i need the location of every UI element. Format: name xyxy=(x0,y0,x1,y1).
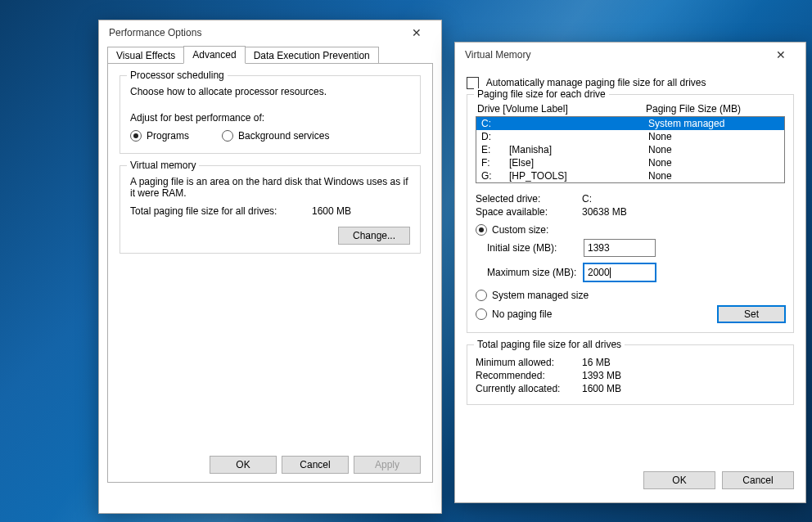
drive-paging-size: None xyxy=(648,130,779,143)
ok-button[interactable]: OK xyxy=(210,456,277,474)
drive-volume-label: [Else] xyxy=(509,156,648,169)
cancel-button[interactable]: Cancel xyxy=(282,456,349,474)
drive-letter: G: xyxy=(481,169,509,182)
vm-total-value: 1600 MB xyxy=(312,205,410,217)
drive-paging-size: None xyxy=(648,156,779,169)
drive-letter: D: xyxy=(481,130,509,143)
auto-manage-row[interactable]: Automatically manage paging file size fo… xyxy=(467,77,794,89)
maximum-size-value: 2000 xyxy=(588,267,610,278)
group-legend-per-drive: Paging file size for each drive xyxy=(474,88,609,100)
radio-programs[interactable]: Programs xyxy=(130,130,189,142)
vm-total-label: Total paging file size for all drives: xyxy=(130,205,312,217)
drive-paging-size: System managed xyxy=(648,117,779,130)
radio-custom-size[interactable]: Custom size: xyxy=(476,224,785,236)
radio-background-services[interactable]: Background services xyxy=(222,130,329,142)
close-icon[interactable]: ✕ xyxy=(399,20,435,45)
ok-button[interactable]: OK xyxy=(643,471,715,489)
header-size: Paging File Size (MB) xyxy=(646,103,785,115)
drive-row[interactable]: C:System managed xyxy=(476,117,784,130)
radio-label-background: Background services xyxy=(238,130,329,142)
maximum-size-input[interactable]: 2000 xyxy=(584,263,656,281)
radio-icon xyxy=(222,130,233,142)
vm-body: Automatically manage paging file size fo… xyxy=(455,67,805,499)
recommended-value: 1393 MB xyxy=(582,370,621,381)
maximum-size-label: Maximum size (MB): xyxy=(487,267,584,278)
recommended-label: Recommended: xyxy=(476,370,582,381)
tab-visual-effects[interactable]: Visual Effects xyxy=(107,47,184,64)
tab-dep[interactable]: Data Execution Prevention xyxy=(245,47,379,64)
radio-no-paging[interactable]: No paging file xyxy=(476,308,718,320)
drive-volume-label: [Manisha] xyxy=(509,143,648,156)
vm-desc: A paging file is an area on the hard dis… xyxy=(130,176,410,199)
auto-manage-label: Automatically manage paging file size fo… xyxy=(486,77,706,88)
selected-drive-value: C: xyxy=(582,193,592,205)
titlebar-performance-options[interactable]: Performance Options ✕ xyxy=(99,20,441,45)
radio-icon xyxy=(476,290,487,301)
group-virtual-memory: Virtual memory A paging file is an area … xyxy=(120,165,421,254)
dialog-footer-buttons: OK Cancel Apply xyxy=(210,456,421,474)
currently-allocated-value: 1600 MB xyxy=(582,383,621,394)
drive-letter: E: xyxy=(481,143,509,156)
virtual-memory-window: Virtual Memory ✕ Automatically manage pa… xyxy=(454,42,806,503)
currently-allocated-label: Currently allocated: xyxy=(476,383,582,394)
drive-row[interactable]: F:[Else]None xyxy=(476,156,784,169)
performance-options-window: Performance Options ✕ Visual Effects Adv… xyxy=(98,20,442,514)
group-paging-per-drive: Paging file size for each drive Drive [V… xyxy=(467,94,794,333)
min-allowed-value: 16 MB xyxy=(582,357,611,368)
group-legend-processor: Processor scheduling xyxy=(127,70,228,81)
window-title: Virtual Memory xyxy=(465,49,530,61)
drive-listbox[interactable]: C:System managedD:NoneE:[Manisha]NoneF:[… xyxy=(476,116,785,183)
initial-size-label: Initial size (MB): xyxy=(487,242,584,254)
processor-desc: Choose how to allocate processor resourc… xyxy=(130,86,410,97)
drive-paging-size: None xyxy=(648,169,779,182)
close-icon[interactable]: ✕ xyxy=(763,43,799,67)
drive-volume-label xyxy=(509,130,648,143)
initial-size-input[interactable] xyxy=(584,239,656,257)
drive-row[interactable]: E:[Manisha]None xyxy=(476,143,784,156)
adjust-label: Adjust for best performance of: xyxy=(130,112,410,124)
drive-paging-size: None xyxy=(648,143,779,156)
radio-icon xyxy=(476,308,487,320)
text-cursor xyxy=(610,268,611,278)
radio-label-custom: Custom size: xyxy=(492,224,548,236)
group-processor-scheduling: Processor scheduling Choose how to alloc… xyxy=(120,75,421,154)
tab-panel-advanced: Processor scheduling Choose how to alloc… xyxy=(107,63,433,483)
header-drive: Drive [Volume Label] xyxy=(477,103,646,115)
space-available-label: Space available: xyxy=(476,206,582,218)
min-allowed-label: Minimum allowed: xyxy=(476,357,582,368)
drive-letter: F: xyxy=(481,156,509,169)
space-available-value: 30638 MB xyxy=(582,206,627,218)
tabstrip: Visual Effects Advanced Data Execution P… xyxy=(99,45,441,63)
radio-label-sys-managed: System managed size xyxy=(492,290,589,301)
window-title: Performance Options xyxy=(109,27,201,38)
set-button[interactable]: Set xyxy=(718,306,785,322)
titlebar-virtual-memory[interactable]: Virtual Memory ✕ xyxy=(455,43,805,67)
drive-volume-label xyxy=(509,117,648,130)
drive-row[interactable]: G:[HP_TOOLS]None xyxy=(476,169,784,182)
drive-row[interactable]: D:None xyxy=(476,130,784,143)
drive-volume-label: [HP_TOOLS] xyxy=(509,169,648,182)
radio-icon xyxy=(476,224,487,236)
drive-letter: C: xyxy=(481,117,509,130)
tab-advanced[interactable]: Advanced xyxy=(183,46,245,64)
cancel-button[interactable]: Cancel xyxy=(722,471,794,489)
radio-label-no-paging: No paging file xyxy=(492,308,552,320)
radio-system-managed[interactable]: System managed size xyxy=(476,290,785,301)
change-button[interactable]: Change... xyxy=(338,227,410,245)
selected-drive-label: Selected drive: xyxy=(476,193,582,205)
group-total-paging: Total paging file size for all drives Mi… xyxy=(467,344,794,405)
radio-icon xyxy=(130,130,142,142)
group-legend-vm: Virtual memory xyxy=(127,160,199,171)
checkbox-icon xyxy=(467,77,479,89)
apply-button[interactable]: Apply xyxy=(354,456,421,474)
radio-label-programs: Programs xyxy=(147,130,189,142)
group-legend-total: Total paging file size for all drives xyxy=(474,339,625,350)
